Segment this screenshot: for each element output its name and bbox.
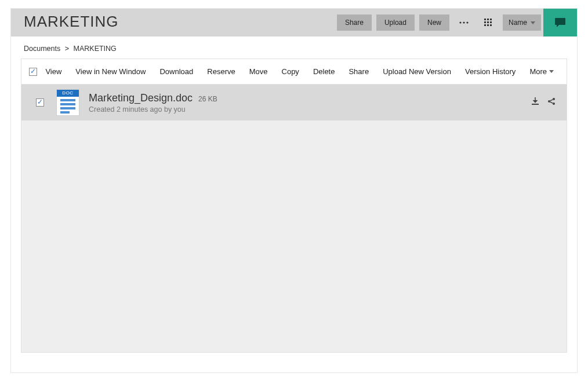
breadcrumb-current: MARKETING bbox=[74, 45, 117, 53]
svg-point-1 bbox=[463, 21, 464, 23]
grid-icon bbox=[484, 19, 492, 27]
sort-dropdown[interactable]: Name bbox=[503, 14, 541, 31]
more-options-button[interactable] bbox=[454, 14, 474, 31]
svg-rect-8 bbox=[490, 21, 492, 23]
action-bar: View View in New Window Download Reserve… bbox=[21, 59, 567, 85]
svg-point-13 bbox=[553, 98, 555, 100]
action-more[interactable]: More bbox=[522, 67, 561, 76]
share-button[interactable]: Share bbox=[337, 14, 372, 31]
select-all-checkbox[interactable] bbox=[29, 68, 37, 76]
file-size: 26 KB bbox=[198, 95, 217, 103]
action-delete[interactable]: Delete bbox=[306, 67, 342, 76]
svg-rect-3 bbox=[484, 19, 486, 20]
comments-button[interactable] bbox=[543, 9, 577, 36]
file-subtitle: Created 2 minutes ago by you bbox=[89, 105, 531, 114]
upload-button[interactable]: Upload bbox=[376, 14, 415, 31]
download-icon bbox=[531, 97, 540, 106]
ellipsis-icon bbox=[459, 21, 469, 24]
file-name[interactable]: Marketing_Design.doc bbox=[89, 92, 193, 104]
action-move[interactable]: Move bbox=[242, 67, 275, 76]
content-panel: View View in New Window Download Reserve… bbox=[21, 58, 567, 353]
grid-view-button[interactable] bbox=[478, 14, 498, 31]
file-checkbox[interactable] bbox=[36, 98, 44, 107]
file-meta: Marketing_Design.doc 26 KB Created 2 min… bbox=[89, 92, 531, 114]
svg-rect-10 bbox=[487, 24, 489, 26]
chevron-down-icon bbox=[531, 21, 535, 24]
doc-file-icon: DOC bbox=[56, 89, 79, 116]
svg-point-2 bbox=[466, 21, 468, 23]
file-row[interactable]: DOC Marketing_Design.doc 26 KB Created 2… bbox=[21, 85, 567, 120]
action-upload-new-version[interactable]: Upload New Version bbox=[376, 67, 458, 76]
action-view-new-window[interactable]: View in New Window bbox=[68, 67, 153, 76]
new-button[interactable]: New bbox=[419, 14, 449, 31]
breadcrumb-separator: > bbox=[63, 45, 71, 53]
action-copy[interactable]: Copy bbox=[275, 67, 306, 76]
svg-point-14 bbox=[553, 103, 555, 105]
chevron-down-icon bbox=[549, 70, 554, 73]
download-icon-button[interactable] bbox=[531, 97, 540, 108]
header-bar: MARKETING Share Upload New Name bbox=[11, 9, 577, 36]
action-share[interactable]: Share bbox=[342, 67, 376, 76]
svg-rect-6 bbox=[484, 21, 486, 23]
action-reserve[interactable]: Reserve bbox=[200, 67, 242, 76]
svg-rect-4 bbox=[487, 19, 489, 20]
svg-point-12 bbox=[548, 100, 550, 103]
comment-icon bbox=[554, 17, 566, 28]
breadcrumb-root[interactable]: Documents bbox=[24, 45, 60, 53]
breadcrumb: Documents > MARKETING bbox=[11, 36, 577, 58]
action-view[interactable]: View bbox=[38, 67, 68, 76]
svg-rect-11 bbox=[490, 24, 492, 26]
svg-rect-9 bbox=[484, 24, 486, 26]
action-download[interactable]: Download bbox=[153, 67, 200, 76]
app-frame: MARKETING Share Upload New Name Document… bbox=[10, 8, 578, 373]
share-icon bbox=[547, 97, 556, 106]
svg-point-0 bbox=[459, 21, 461, 23]
svg-rect-5 bbox=[490, 19, 492, 20]
action-version-history[interactable]: Version History bbox=[458, 67, 522, 76]
svg-rect-7 bbox=[487, 21, 489, 23]
share-icon-button[interactable] bbox=[547, 97, 556, 108]
page-title: MARKETING bbox=[11, 9, 132, 36]
